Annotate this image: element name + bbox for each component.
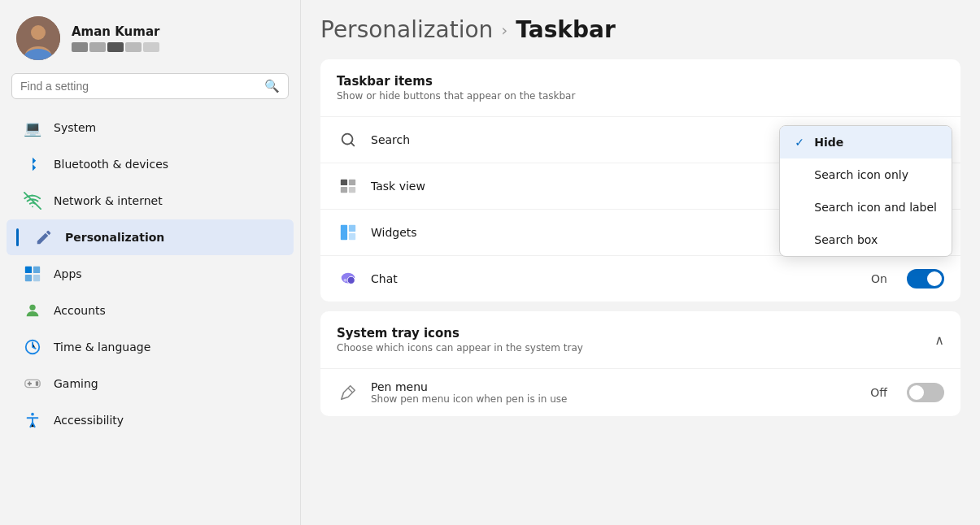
svg-rect-15 xyxy=(341,187,347,193)
chevron-up-icon: ∧ xyxy=(934,332,944,348)
svg-point-21 xyxy=(344,279,347,282)
pen-menu-row: Pen menu Show pen menu icon when pen is … xyxy=(320,368,960,416)
search-setting-icon xyxy=(337,128,359,151)
chat-toggle[interactable] xyxy=(907,269,944,289)
time-icon xyxy=(23,337,42,357)
user-name: Aman Kumar xyxy=(72,24,159,39)
taskbar-items-section: Taskbar items Show or hide buttons that … xyxy=(320,59,960,302)
chat-icon xyxy=(337,267,359,290)
dropdown-item-hide[interactable]: ✓ Hide xyxy=(780,126,952,158)
search-input[interactable] xyxy=(20,80,258,93)
user-info: Aman Kumar xyxy=(72,24,159,52)
sidebar-item-label: Network & internet xyxy=(54,194,163,207)
pen-menu-toggle[interactable] xyxy=(907,383,944,402)
accessibility-icon xyxy=(23,410,42,430)
pen-toggle-label: Off xyxy=(870,386,887,399)
sidebar-item-personalization[interactable]: Personalization xyxy=(7,219,294,255)
pen-icon xyxy=(337,381,359,404)
pen-menu-sublabel: Show pen menu icon when pen is in use xyxy=(371,393,859,405)
system-tray-header[interactable]: System tray icons Choose which icons can… xyxy=(320,311,960,368)
svg-point-8 xyxy=(29,305,35,310)
svg-rect-18 xyxy=(349,225,355,232)
svg-rect-16 xyxy=(349,187,355,193)
pen-label-group: Pen menu Show pen menu icon when pen is … xyxy=(371,380,859,405)
sidebar-item-label: System xyxy=(54,121,96,134)
svg-point-1 xyxy=(31,25,46,40)
breadcrumb-separator: › xyxy=(501,20,507,40)
toggle-thumb xyxy=(927,271,942,286)
sidebar-item-bluetooth[interactable]: Bluetooth & devices xyxy=(7,146,294,182)
sidebar-item-label: Apps xyxy=(54,267,82,280)
user-profile: Aman Kumar xyxy=(0,8,300,73)
active-indicator xyxy=(16,228,19,246)
dropdown-item-label: Search icon only xyxy=(814,168,908,181)
sidebar-item-label: Accessibility xyxy=(54,414,124,427)
svg-rect-19 xyxy=(349,233,355,240)
dropdown-item-icon-only[interactable]: Search icon only xyxy=(780,158,952,191)
dropdown-item-label: Search box xyxy=(814,233,878,246)
sidebar-item-gaming[interactable]: Gaming xyxy=(7,366,294,401)
personalization-icon xyxy=(34,228,54,247)
svg-rect-14 xyxy=(349,180,355,185)
search-setting-row: Search Hide ▼ ✓ Hide Search icon only xyxy=(320,117,960,163)
dropdown-item-label: Hide xyxy=(814,136,843,149)
pen-menu-label: Pen menu xyxy=(371,380,859,393)
system-tray-title: System tray icons xyxy=(337,326,583,341)
system-tray-subtitle: Choose which icons can appear in the sys… xyxy=(337,342,583,354)
system-tray-header-text: System tray icons Choose which icons can… xyxy=(337,326,583,354)
sidebar-item-apps[interactable]: Apps xyxy=(7,256,294,292)
bluetooth-icon xyxy=(23,154,42,174)
dropdown-item-icon-label[interactable]: Search icon and label xyxy=(780,191,952,223)
dropdown-item-label: Search icon and label xyxy=(814,201,937,214)
sidebar-item-label: Accounts xyxy=(54,304,106,317)
sidebar-item-accessibility[interactable]: Accessibility xyxy=(7,402,294,438)
search-box[interactable]: 🔍 xyxy=(11,73,289,99)
chat-setting-row: Chat On xyxy=(320,256,960,302)
widgets-icon xyxy=(337,221,359,244)
gaming-icon xyxy=(23,374,42,393)
check-icon: ✓ xyxy=(795,136,808,149)
search-icon: 🔍 xyxy=(264,79,280,93)
color-bar xyxy=(72,42,159,52)
taskview-icon xyxy=(337,175,359,197)
svg-rect-7 xyxy=(33,275,40,281)
svg-rect-4 xyxy=(25,267,32,273)
network-icon xyxy=(23,191,42,210)
svg-rect-17 xyxy=(341,225,347,240)
sidebar-item-system[interactable]: 💻 System xyxy=(7,110,294,145)
sidebar-item-time[interactable]: Time & language xyxy=(7,329,294,365)
sidebar-item-accounts[interactable]: Accounts xyxy=(7,293,294,328)
sidebar-item-label: Personalization xyxy=(65,231,164,244)
breadcrumb-parent: Personalization xyxy=(320,16,493,43)
system-tray-section: System tray icons Choose which icons can… xyxy=(320,311,960,416)
breadcrumb-current: Taskbar xyxy=(516,16,615,43)
system-icon: 💻 xyxy=(23,118,42,137)
avatar xyxy=(16,16,60,60)
chat-label: Chat xyxy=(371,272,860,285)
taskbar-items-header: Taskbar items Show or hide buttons that … xyxy=(320,59,960,117)
accounts-icon xyxy=(23,301,42,320)
dropdown-item-search-box[interactable]: Search box xyxy=(780,223,952,256)
search-dropdown-menu: ✓ Hide Search icon only Search icon and … xyxy=(779,125,952,257)
taskbar-items-title: Taskbar items xyxy=(337,74,944,89)
sidebar: Aman Kumar 🔍 💻 System Bluetooth & device… xyxy=(0,0,301,525)
svg-rect-5 xyxy=(33,267,40,273)
apps-icon xyxy=(23,264,42,284)
svg-point-11 xyxy=(31,413,34,416)
taskbar-items-subtitle: Show or hide buttons that appear on the … xyxy=(337,90,944,102)
svg-point-22 xyxy=(347,276,355,284)
sidebar-item-label: Time & language xyxy=(54,341,150,354)
nav-list: 💻 System Bluetooth & devices Network & i… xyxy=(0,109,300,525)
sidebar-item-network[interactable]: Network & internet xyxy=(7,183,294,219)
breadcrumb: Personalization › Taskbar xyxy=(320,16,960,43)
svg-rect-13 xyxy=(341,180,347,185)
sidebar-item-label: Bluetooth & devices xyxy=(54,158,168,171)
toggle-thumb xyxy=(909,385,924,400)
main-content: Personalization › Taskbar Taskbar items … xyxy=(301,0,980,525)
sidebar-item-label: Gaming xyxy=(54,377,98,390)
svg-rect-6 xyxy=(25,275,32,281)
chat-toggle-label: On xyxy=(871,272,887,285)
